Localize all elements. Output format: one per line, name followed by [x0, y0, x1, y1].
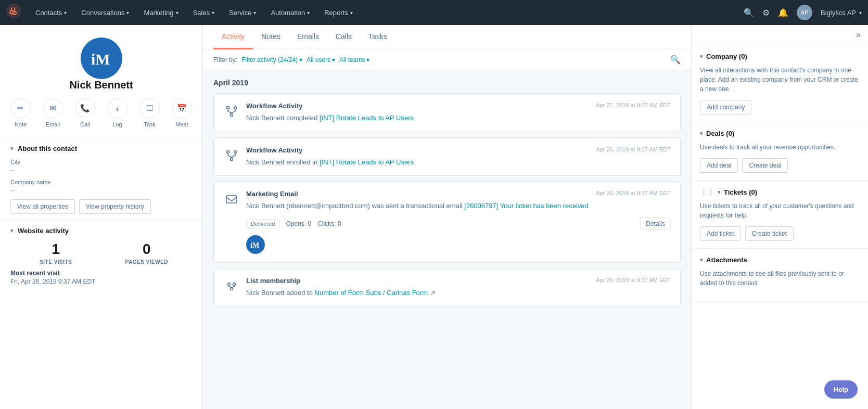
create-ticket-button[interactable]: Create ticket — [745, 226, 794, 241]
nav-contacts[interactable]: Contacts ▾ — [29, 0, 73, 25]
tab-calls[interactable]: Calls — [327, 25, 360, 49]
chevron-down-icon: ▾ — [332, 56, 335, 63]
workflow-activity-card-1: Workflow Activity Apr 27, 2019 at 9:37 A… — [213, 93, 681, 132]
activity-title-row: List membership Apr 26, 2019 at 9:37 AM … — [246, 277, 671, 285]
attachments-section-desc: Use attachments to see all files previou… — [700, 269, 860, 288]
activity-title-row: Workflow Activity Apr 26, 2019 at 9:37 A… — [246, 146, 671, 154]
action-task[interactable]: ☐ Task — [140, 98, 160, 127]
chevron-down-icon: ▾ — [859, 10, 862, 16]
action-note[interactable]: ✏ Note — [11, 98, 31, 127]
most-recent-date: Fri, Apr 26, 2019 9:37 AM EDT — [10, 278, 192, 285]
nav-conversations[interactable]: Conversations ▾ — [75, 0, 135, 25]
workflow-activity-card-2: Workflow Activity Apr 26, 2019 at 9:37 A… — [213, 137, 681, 176]
deals-section-header[interactable]: ▾ Deals (0) — [700, 130, 860, 137]
page-wrapper: iM Nick Bennett ✏ Note ✉ Email 📞 Call — [0, 25, 868, 409]
workflow-link[interactable]: [INT] Rotate Leads to AP Users — [320, 114, 414, 122]
create-deal-button[interactable]: Create deal — [742, 158, 788, 173]
contact-avatar: iM — [81, 37, 122, 79]
view-all-properties-button[interactable]: View all properties — [10, 199, 75, 214]
property-company-name: Company name -- — [10, 179, 192, 194]
svg-point-0 — [6, 4, 21, 18]
chevron-down-icon: ▾ — [700, 53, 703, 60]
nav-service[interactable]: Service ▾ — [223, 0, 262, 25]
activity-body: List membership Apr 26, 2019 at 9:37 AM … — [246, 277, 671, 298]
activity-header: Workflow Activity Apr 26, 2019 at 9:37 A… — [223, 146, 671, 168]
chevron-icon: ▾ — [212, 10, 214, 16]
details-button[interactable]: Details — [640, 218, 671, 230]
expand-icon[interactable]: » — [856, 30, 861, 40]
action-email[interactable]: ✉ Email — [43, 98, 63, 127]
opens-label: Opens: 0 — [286, 220, 311, 227]
all-teams-filter-button[interactable]: All teams ▾ — [339, 56, 369, 63]
tab-emails[interactable]: Emails — [289, 25, 327, 49]
tab-notes[interactable]: Notes — [253, 25, 289, 49]
activity-date: Apr 26, 2019 at 9:37 AM EDT — [596, 190, 671, 196]
about-section-header[interactable]: ▾ About this contact — [10, 145, 192, 152]
hubspot-logo[interactable] — [6, 4, 21, 21]
svg-text:iM: iM — [250, 241, 259, 249]
nav-reports[interactable]: Reports ▾ — [318, 0, 359, 25]
activity-desc: Nick Bennett added to Number of Form Sub… — [246, 288, 671, 298]
deals-section: ▾ Deals (0) Use deals to track all your … — [692, 122, 868, 181]
website-activity-section: ▾ Website activity 1 SITE VISITS 0 PAGES… — [0, 220, 202, 291]
filter-bar: Filter by: Filter activity (24/24) ▾ All… — [203, 49, 691, 70]
email-ticket-link[interactable]: [26006797] Your ticket has been received — [464, 202, 589, 210]
add-ticket-button[interactable]: Add ticket — [700, 226, 741, 241]
activity-date: Apr 26, 2019 at 9:37 AM EDT — [596, 277, 671, 283]
workflow-link[interactable]: [INT] Rotate Leads to AP Users — [320, 158, 414, 166]
activity-title: Workflow Activity — [246, 102, 302, 110]
company-section-header[interactable]: ▾ Company (0) — [700, 53, 860, 60]
nav-sales[interactable]: Sales ▾ — [187, 0, 221, 25]
chevron-down-icon: ▾ — [10, 227, 14, 234]
activity-body: Workflow Activity Apr 26, 2019 at 9:37 A… — [246, 146, 671, 168]
tickets-section-title: Tickets (0) — [724, 188, 757, 196]
property-city: City -- — [10, 159, 192, 174]
tab-activity[interactable]: Activity — [213, 25, 253, 49]
deals-section-title: Deals (0) — [706, 130, 734, 137]
action-icons: ✏ Note ✉ Email 📞 Call + Log ☐ Task — [11, 98, 192, 127]
settings-icon[interactable]: ⚙ — [762, 8, 770, 18]
add-company-button[interactable]: Add company — [700, 100, 751, 114]
marketing-email-card: Marketing Email Apr 26, 2019 at 9:37 AM … — [213, 181, 681, 263]
about-section-title: About this contact — [18, 145, 77, 152]
notifications-icon[interactable]: 🔔 — [778, 8, 788, 18]
tickets-section-header[interactable]: ⋮⋮ ▾ Tickets (0) — [700, 188, 860, 196]
company-section-title: Company (0) — [706, 53, 747, 60]
email-status-row: Delivered Opens: 0 Clicks: 0 Details — [246, 218, 671, 230]
action-call[interactable]: 📞 Call — [75, 98, 95, 127]
action-meet[interactable]: 📅 Meet — [172, 98, 192, 127]
property-buttons: View all properties View property histor… — [10, 199, 192, 214]
chevron-down-icon: ▾ — [718, 189, 721, 196]
search-icon[interactable]: 🔍 — [744, 8, 754, 18]
svg-point-6 — [234, 150, 237, 153]
call-icon: 📞 — [75, 98, 95, 118]
month-header: April 2019 — [213, 79, 681, 87]
add-deal-button[interactable]: Add deal — [700, 158, 738, 173]
activity-desc: Nick Bennett enrolled in [INT] Rotate Le… — [246, 157, 671, 168]
svg-text:iM: iM — [91, 50, 110, 68]
attachments-section-header[interactable]: ▾ Attachments — [700, 256, 860, 264]
chevron-icon: ▾ — [253, 10, 256, 16]
tickets-section: ⋮⋮ ▾ Tickets (0) Use tickets to track al… — [692, 181, 868, 249]
action-log[interactable]: + Log — [108, 98, 127, 127]
nav-marketing[interactable]: Marketing ▾ — [137, 0, 184, 25]
svg-rect-8 — [226, 196, 237, 203]
drag-handle-icon[interactable]: ⋮⋮ — [700, 188, 714, 196]
user-menu[interactable]: Biglytics AP ▾ — [821, 9, 862, 17]
activity-title: List membership — [246, 277, 300, 285]
chevron-icon: ▾ — [307, 10, 310, 16]
website-activity-header[interactable]: ▾ Website activity — [10, 227, 192, 235]
all-users-filter-button[interactable]: All users ▾ — [307, 56, 335, 63]
tab-tasks[interactable]: Tasks — [360, 25, 395, 49]
site-visits-stat: 1 SITE VISITS — [10, 241, 101, 265]
search-icon[interactable]: 🔍 — [670, 55, 681, 65]
nav-automation[interactable]: Automation ▾ — [264, 0, 316, 25]
filter-activity-button[interactable]: Filter activity (24/24) ▾ — [241, 56, 302, 63]
user-avatar[interactable]: AP — [797, 5, 812, 20]
delivered-badge: Delivered — [246, 219, 279, 228]
chevron-down-icon: ▾ — [700, 130, 703, 137]
list-link[interactable]: Number of Form Subs / Carinas Form — [315, 289, 428, 297]
help-button[interactable]: Help — [824, 380, 858, 399]
view-property-history-button[interactable]: View property history — [79, 199, 151, 214]
meet-icon: 📅 — [172, 98, 192, 118]
